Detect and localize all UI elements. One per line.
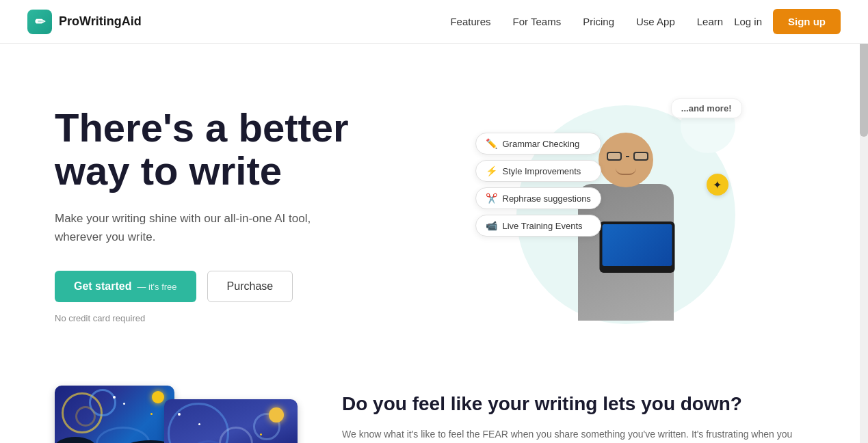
- style-icon: ⚡: [486, 165, 497, 176]
- training-icon: 📹: [486, 220, 497, 231]
- section-two-description: We know what it's like to feel the FEAR …: [342, 427, 813, 443]
- login-button[interactable]: Log in: [723, 10, 773, 33]
- section-two: My idea in my head Do you feel like your…: [0, 372, 868, 443]
- grammar-icon: ✏️: [486, 138, 497, 149]
- person-head: [599, 133, 653, 187]
- hero-section: There's a better way to write Make your …: [0, 44, 868, 372]
- nav-links: Features For Teams Pricing Use App Learn: [450, 16, 723, 28]
- nav-features[interactable]: Features: [450, 16, 490, 27]
- navbar: ✏ ProWritingAid Features For Teams Prici…: [0, 0, 868, 44]
- nav-use-app[interactable]: Use App: [636, 16, 675, 27]
- logo-icon: ✏: [27, 10, 52, 34]
- hero-title: There's a better way to write: [55, 106, 424, 193]
- and-more-badge: ...and more!: [671, 98, 742, 118]
- no-credit-text: No credit card required: [55, 313, 424, 323]
- star-badge: ✦: [707, 174, 728, 196]
- laptop-screen: [602, 224, 672, 266]
- section-two-text: Do you feel like your writing lets you d…: [342, 386, 813, 443]
- art-card-front: [164, 399, 298, 443]
- pill-grammar: ✏️ Grammar Checking: [475, 133, 601, 155]
- scrollbar[interactable]: [860, 0, 868, 443]
- pill-training: 📹 Live Training Events: [475, 215, 601, 237]
- pill-style: ⚡ Style Improvements: [475, 160, 601, 182]
- illustration-container: ✏️ Grammar Checking ⚡ Style Improvements…: [489, 92, 749, 338]
- section-two-title: Do you feel like your writing lets you d…: [342, 392, 813, 416]
- nav-pricing[interactable]: Pricing: [583, 16, 614, 27]
- signup-button[interactable]: Sign up: [773, 9, 841, 34]
- hero-buttons: Get started — it's free Purchase: [55, 271, 424, 302]
- brand-name: ProWritingAid: [59, 14, 142, 29]
- get-started-label: Get started: [74, 280, 131, 293]
- swirl-3: [75, 406, 96, 427]
- pill-rephrase: ✂️ Rephrase suggestions: [475, 187, 601, 209]
- art-card-back: [55, 386, 174, 443]
- hero-subtitle: Make your writing shine with our all-in-…: [55, 209, 315, 246]
- feature-pills: ✏️ Grammar Checking ⚡ Style Improvements…: [475, 133, 601, 237]
- get-started-button[interactable]: Get started — it's free: [55, 271, 196, 302]
- nav-for-teams[interactable]: For Teams: [513, 16, 562, 27]
- brand-logo[interactable]: ✏ ProWritingAid: [27, 10, 142, 34]
- laptop: [599, 222, 674, 273]
- artwork-images: My idea in my head: [55, 386, 287, 443]
- nav-learn[interactable]: Learn: [697, 16, 723, 27]
- hero-content: There's a better way to write Make your …: [55, 106, 424, 324]
- hero-illustration: ✏️ Grammar Checking ⚡ Style Improvements…: [424, 85, 813, 345]
- free-label: — it's free: [137, 282, 176, 292]
- purchase-button[interactable]: Purchase: [207, 271, 293, 302]
- rephrase-icon: ✂️: [486, 193, 497, 204]
